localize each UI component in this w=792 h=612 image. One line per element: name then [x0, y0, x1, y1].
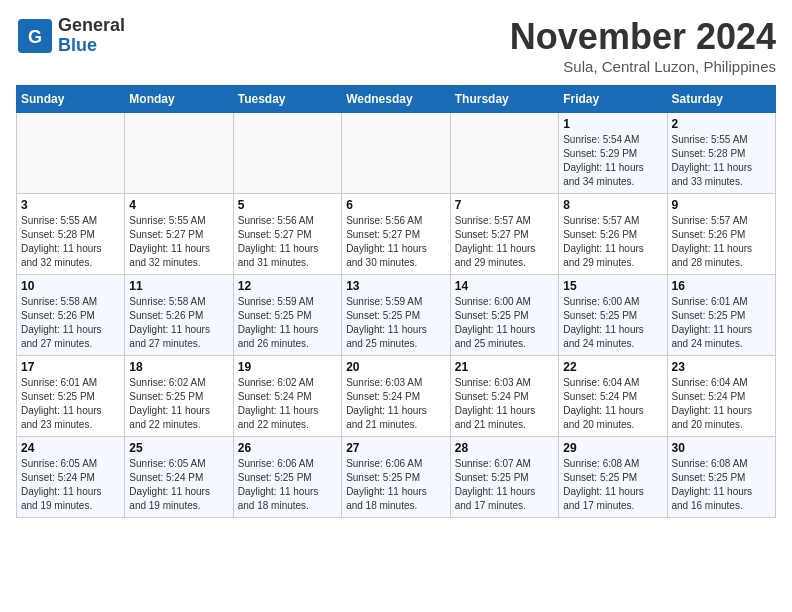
day-info: Sunrise: 5:54 AM Sunset: 5:29 PM Dayligh… — [563, 133, 662, 189]
day-info: Sunrise: 5:58 AM Sunset: 5:26 PM Dayligh… — [129, 295, 228, 351]
calendar-header: SundayMondayTuesdayWednesdayThursdayFrid… — [17, 86, 776, 113]
day-info: Sunrise: 5:59 AM Sunset: 5:25 PM Dayligh… — [238, 295, 337, 351]
calendar-cell: 2Sunrise: 5:55 AM Sunset: 5:28 PM Daylig… — [667, 113, 776, 194]
day-info: Sunrise: 6:03 AM Sunset: 5:24 PM Dayligh… — [455, 376, 554, 432]
day-number: 6 — [346, 198, 446, 212]
calendar-cell — [233, 113, 341, 194]
day-number: 5 — [238, 198, 337, 212]
calendar-cell: 19Sunrise: 6:02 AM Sunset: 5:24 PM Dayli… — [233, 356, 341, 437]
day-number: 14 — [455, 279, 554, 293]
logo-icon: G — [16, 17, 54, 55]
day-info: Sunrise: 5:56 AM Sunset: 5:27 PM Dayligh… — [346, 214, 446, 270]
day-number: 2 — [672, 117, 772, 131]
day-number: 13 — [346, 279, 446, 293]
calendar-cell: 9Sunrise: 5:57 AM Sunset: 5:26 PM Daylig… — [667, 194, 776, 275]
day-number: 28 — [455, 441, 554, 455]
calendar-cell: 6Sunrise: 5:56 AM Sunset: 5:27 PM Daylig… — [342, 194, 451, 275]
calendar-cell: 10Sunrise: 5:58 AM Sunset: 5:26 PM Dayli… — [17, 275, 125, 356]
calendar-table: SundayMondayTuesdayWednesdayThursdayFrid… — [16, 85, 776, 518]
calendar-cell: 12Sunrise: 5:59 AM Sunset: 5:25 PM Dayli… — [233, 275, 341, 356]
day-info: Sunrise: 5:57 AM Sunset: 5:26 PM Dayligh… — [672, 214, 772, 270]
calendar-cell: 3Sunrise: 5:55 AM Sunset: 5:28 PM Daylig… — [17, 194, 125, 275]
day-number: 23 — [672, 360, 772, 374]
day-number: 10 — [21, 279, 120, 293]
day-info: Sunrise: 6:01 AM Sunset: 5:25 PM Dayligh… — [672, 295, 772, 351]
day-number: 15 — [563, 279, 662, 293]
calendar-cell: 13Sunrise: 5:59 AM Sunset: 5:25 PM Dayli… — [342, 275, 451, 356]
day-number: 22 — [563, 360, 662, 374]
day-info: Sunrise: 6:06 AM Sunset: 5:25 PM Dayligh… — [346, 457, 446, 513]
day-info: Sunrise: 5:55 AM Sunset: 5:27 PM Dayligh… — [129, 214, 228, 270]
calendar-cell: 28Sunrise: 6:07 AM Sunset: 5:25 PM Dayli… — [450, 437, 558, 518]
calendar-cell: 18Sunrise: 6:02 AM Sunset: 5:25 PM Dayli… — [125, 356, 233, 437]
calendar-cell: 7Sunrise: 5:57 AM Sunset: 5:27 PM Daylig… — [450, 194, 558, 275]
logo-text-general: General — [58, 16, 125, 36]
calendar-cell: 4Sunrise: 5:55 AM Sunset: 5:27 PM Daylig… — [125, 194, 233, 275]
day-info: Sunrise: 5:55 AM Sunset: 5:28 PM Dayligh… — [21, 214, 120, 270]
day-info: Sunrise: 5:57 AM Sunset: 5:27 PM Dayligh… — [455, 214, 554, 270]
day-number: 29 — [563, 441, 662, 455]
day-number: 25 — [129, 441, 228, 455]
day-number: 17 — [21, 360, 120, 374]
page-header: G General Blue November 2024 Sula, Centr… — [16, 16, 776, 75]
day-info: Sunrise: 6:00 AM Sunset: 5:25 PM Dayligh… — [563, 295, 662, 351]
day-number: 7 — [455, 198, 554, 212]
day-info: Sunrise: 6:02 AM Sunset: 5:24 PM Dayligh… — [238, 376, 337, 432]
calendar-cell: 23Sunrise: 6:04 AM Sunset: 5:24 PM Dayli… — [667, 356, 776, 437]
weekday-header: Sunday — [17, 86, 125, 113]
calendar-cell: 1Sunrise: 5:54 AM Sunset: 5:29 PM Daylig… — [559, 113, 667, 194]
day-info: Sunrise: 5:55 AM Sunset: 5:28 PM Dayligh… — [672, 133, 772, 189]
day-info: Sunrise: 6:00 AM Sunset: 5:25 PM Dayligh… — [455, 295, 554, 351]
calendar-cell: 16Sunrise: 6:01 AM Sunset: 5:25 PM Dayli… — [667, 275, 776, 356]
calendar-cell: 26Sunrise: 6:06 AM Sunset: 5:25 PM Dayli… — [233, 437, 341, 518]
day-number: 27 — [346, 441, 446, 455]
location-subtitle: Sula, Central Luzon, Philippines — [510, 58, 776, 75]
calendar-cell: 11Sunrise: 5:58 AM Sunset: 5:26 PM Dayli… — [125, 275, 233, 356]
day-info: Sunrise: 5:56 AM Sunset: 5:27 PM Dayligh… — [238, 214, 337, 270]
day-number: 20 — [346, 360, 446, 374]
calendar-cell — [125, 113, 233, 194]
day-info: Sunrise: 6:08 AM Sunset: 5:25 PM Dayligh… — [563, 457, 662, 513]
day-number: 1 — [563, 117, 662, 131]
day-number: 9 — [672, 198, 772, 212]
day-info: Sunrise: 6:04 AM Sunset: 5:24 PM Dayligh… — [672, 376, 772, 432]
logo-text-blue: Blue — [58, 36, 125, 56]
day-info: Sunrise: 6:08 AM Sunset: 5:25 PM Dayligh… — [672, 457, 772, 513]
calendar-cell: 20Sunrise: 6:03 AM Sunset: 5:24 PM Dayli… — [342, 356, 451, 437]
calendar-cell: 17Sunrise: 6:01 AM Sunset: 5:25 PM Dayli… — [17, 356, 125, 437]
calendar-cell: 22Sunrise: 6:04 AM Sunset: 5:24 PM Dayli… — [559, 356, 667, 437]
calendar-cell: 21Sunrise: 6:03 AM Sunset: 5:24 PM Dayli… — [450, 356, 558, 437]
weekday-header: Wednesday — [342, 86, 451, 113]
day-number: 24 — [21, 441, 120, 455]
day-number: 12 — [238, 279, 337, 293]
day-info: Sunrise: 6:01 AM Sunset: 5:25 PM Dayligh… — [21, 376, 120, 432]
day-number: 21 — [455, 360, 554, 374]
calendar-cell — [17, 113, 125, 194]
day-number: 4 — [129, 198, 228, 212]
day-info: Sunrise: 5:57 AM Sunset: 5:26 PM Dayligh… — [563, 214, 662, 270]
calendar-cell — [450, 113, 558, 194]
day-info: Sunrise: 5:59 AM Sunset: 5:25 PM Dayligh… — [346, 295, 446, 351]
calendar-cell: 30Sunrise: 6:08 AM Sunset: 5:25 PM Dayli… — [667, 437, 776, 518]
logo: G General Blue — [16, 16, 125, 56]
day-info: Sunrise: 6:04 AM Sunset: 5:24 PM Dayligh… — [563, 376, 662, 432]
calendar-cell: 24Sunrise: 6:05 AM Sunset: 5:24 PM Dayli… — [17, 437, 125, 518]
weekday-header: Saturday — [667, 86, 776, 113]
day-info: Sunrise: 5:58 AM Sunset: 5:26 PM Dayligh… — [21, 295, 120, 351]
weekday-header: Thursday — [450, 86, 558, 113]
day-info: Sunrise: 6:02 AM Sunset: 5:25 PM Dayligh… — [129, 376, 228, 432]
weekday-header: Friday — [559, 86, 667, 113]
weekday-header: Tuesday — [233, 86, 341, 113]
calendar-cell: 25Sunrise: 6:05 AM Sunset: 5:24 PM Dayli… — [125, 437, 233, 518]
day-number: 18 — [129, 360, 228, 374]
day-number: 16 — [672, 279, 772, 293]
day-number: 8 — [563, 198, 662, 212]
day-number: 26 — [238, 441, 337, 455]
svg-text:G: G — [28, 27, 42, 47]
day-info: Sunrise: 6:05 AM Sunset: 5:24 PM Dayligh… — [129, 457, 228, 513]
day-info: Sunrise: 6:07 AM Sunset: 5:25 PM Dayligh… — [455, 457, 554, 513]
calendar-cell: 8Sunrise: 5:57 AM Sunset: 5:26 PM Daylig… — [559, 194, 667, 275]
day-number: 3 — [21, 198, 120, 212]
day-info: Sunrise: 6:05 AM Sunset: 5:24 PM Dayligh… — [21, 457, 120, 513]
calendar-cell: 27Sunrise: 6:06 AM Sunset: 5:25 PM Dayli… — [342, 437, 451, 518]
